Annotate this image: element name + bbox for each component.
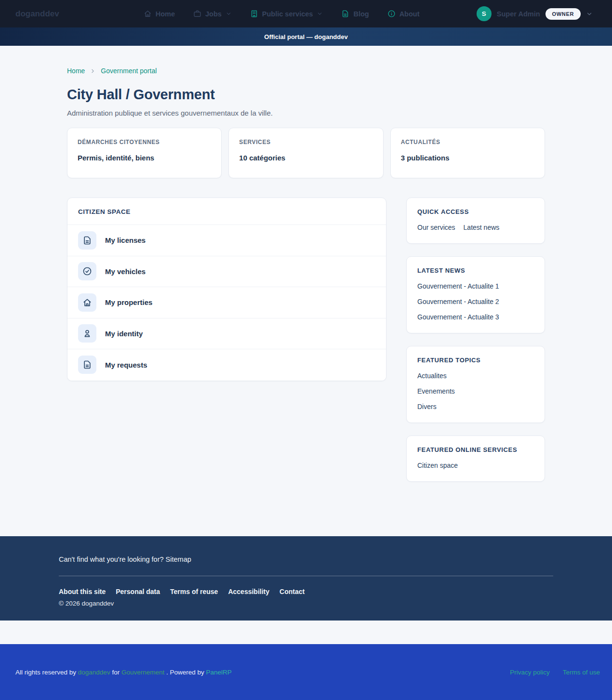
role-badge: OWNER — [545, 8, 581, 20]
footer-divider — [59, 576, 553, 576]
citizen-item-label: My identity — [105, 330, 143, 338]
breadcrumb-current-link[interactable]: Government portal — [101, 67, 157, 75]
stat-card-actualites: ACTUALITÉS 3 publications — [390, 128, 545, 178]
document-icon — [341, 10, 349, 18]
official-portal-banner: Official portal — doganddev — [0, 27, 612, 46]
nav-item-public-services[interactable]: Public services — [250, 10, 323, 18]
chevron-down-icon — [226, 11, 232, 17]
footer: Can't find what you're looking for? Site… — [0, 536, 612, 621]
quick-access-card: QUICK ACCESS Our services Latest news — [406, 198, 545, 244]
sitemap-line: Can't find what you're looking for? Site… — [59, 555, 553, 563]
doganddev-link[interactable]: doganddev — [78, 669, 110, 676]
user-icon — [78, 324, 96, 343]
home-icon — [144, 10, 152, 18]
rights-line: All rights reserved by doganddev for Gou… — [15, 669, 232, 676]
avatar: S — [477, 6, 492, 21]
file-icon — [78, 231, 96, 250]
citizen-item-label: My vehicles — [105, 267, 146, 276]
footer-link-personal-data[interactable]: Personal data — [116, 588, 160, 595]
citizen-item-label: My licenses — [105, 236, 146, 244]
citizen-item-identity[interactable]: My identity — [67, 318, 386, 350]
page-subtitle: Administration publique et services gouv… — [67, 109, 545, 117]
citizen-item-vehicles[interactable]: My vehicles — [67, 256, 386, 288]
stat-card-services: SERVICES 10 catégories — [228, 128, 383, 178]
nav-item-jobs[interactable]: Jobs — [193, 10, 232, 18]
chevron-down-icon — [317, 11, 323, 17]
breadcrumb-home-link[interactable]: Home — [67, 67, 85, 75]
nav-item-home[interactable]: Home — [144, 10, 175, 18]
main-content: Home Government portal City Hall / Gover… — [0, 46, 612, 536]
footer-links: About this site Personal data Terms of r… — [59, 588, 553, 595]
topic-link-actualites[interactable]: Actualites — [417, 372, 534, 380]
news-link-2[interactable]: Gouvernement - Actualite 2 — [417, 298, 534, 305]
terms-of-use-link[interactable]: Terms of use — [563, 669, 600, 676]
chevron-down-icon — [586, 11, 593, 17]
rights-text: All rights reserved by — [15, 669, 78, 676]
news-link-3[interactable]: Gouvernement - Actualite 3 — [417, 313, 534, 321]
footer-gap — [0, 621, 612, 644]
panelrp-link[interactable]: PanelRP — [206, 669, 232, 676]
gouvernement-link[interactable]: Gouvernement — [121, 669, 164, 676]
nav-item-about[interactable]: About — [387, 10, 420, 18]
nav-item-blog[interactable]: Blog — [341, 10, 369, 18]
citizen-item-label: My properties — [105, 298, 152, 306]
check-circle-icon — [78, 262, 96, 280]
featured-online-services-title: FEATURED ONLINE SERVICES — [417, 446, 534, 453]
privacy-policy-link[interactable]: Privacy policy — [510, 669, 550, 676]
citizen-item-requests[interactable]: My requests — [67, 349, 386, 381]
main-nav: Home Jobs Public services Blog About — [144, 10, 420, 18]
stat-value: Permis, identité, biens — [78, 154, 211, 162]
top-navbar: doganddev Home Jobs Public services Blog… — [0, 0, 612, 27]
online-service-link-citizen-space[interactable]: Citizen space — [417, 462, 534, 469]
quick-access-link-news[interactable]: Latest news — [464, 224, 500, 231]
quick-access-link-services[interactable]: Our services — [417, 224, 455, 231]
bottom-bar: All rights reserved by doganddev for Gou… — [0, 644, 612, 700]
topic-link-divers[interactable]: Divers — [417, 403, 534, 410]
stat-value: 3 publications — [401, 154, 534, 162]
news-link-1[interactable]: Gouvernement - Actualite 1 — [417, 282, 534, 290]
nav-item-label: Blog — [353, 10, 369, 18]
page-title: City Hall / Government — [67, 87, 545, 103]
citizen-item-licenses[interactable]: My licenses — [67, 225, 386, 256]
user-menu[interactable]: S Super Admin OWNER — [477, 6, 593, 21]
nav-item-label: Jobs — [205, 10, 222, 18]
featured-topics-title: FEATURED TOPICS — [417, 357, 534, 364]
user-name: Super Admin — [497, 10, 540, 18]
rights-text: for — [110, 669, 121, 676]
sitemap-link[interactable]: Sitemap — [166, 555, 191, 563]
latest-news-card: LATEST NEWS Gouvernement - Actualite 1 G… — [406, 256, 545, 333]
stat-value: 10 catégories — [239, 154, 373, 162]
stat-label: DÉMARCHES CITOYENNES — [78, 139, 211, 145]
site-logo[interactable]: doganddev — [15, 9, 59, 19]
info-icon — [387, 10, 396, 18]
footer-link-terms-of-reuse[interactable]: Terms of reuse — [170, 588, 218, 595]
stat-label: SERVICES — [239, 139, 373, 145]
featured-topics-card: FEATURED TOPICS Actualites Evenements Di… — [406, 346, 545, 423]
topic-link-evenements[interactable]: Evenements — [417, 387, 534, 395]
nav-item-label: Home — [156, 10, 175, 18]
sidebar: QUICK ACCESS Our services Latest news LA… — [406, 198, 545, 494]
citizen-space-title: CITIZEN SPACE — [67, 198, 386, 225]
footer-link-contact[interactable]: Contact — [279, 588, 305, 595]
chevron-right-icon — [90, 68, 96, 74]
citizen-item-label: My requests — [105, 361, 147, 369]
copyright: © 2026 doganddev — [59, 600, 553, 607]
file-icon — [78, 356, 96, 374]
nav-item-label: Public services — [262, 10, 313, 18]
home-icon — [78, 293, 96, 312]
stat-label: ACTUALITÉS — [401, 139, 534, 145]
bottom-bar-links: Privacy policy Terms of use — [510, 669, 600, 676]
sitemap-prompt: Can't find what you're looking for? — [59, 555, 164, 563]
nav-item-label: About — [399, 10, 420, 18]
footer-link-accessibility[interactable]: Accessibility — [228, 588, 269, 595]
briefcase-icon — [193, 10, 201, 18]
footer-link-about[interactable]: About this site — [59, 588, 106, 595]
quick-access-title: QUICK ACCESS — [417, 208, 534, 215]
citizen-space-card: CITIZEN SPACE My licenses My vehicles — [67, 198, 386, 381]
breadcrumb: Home Government portal — [67, 67, 545, 75]
stat-card-demarches: DÉMARCHES CITOYENNES Permis, identité, b… — [67, 128, 222, 178]
featured-online-services-card: FEATURED ONLINE SERVICES Citizen space — [406, 436, 545, 482]
rights-text: . Powered by — [164, 669, 206, 676]
latest-news-title: LATEST NEWS — [417, 267, 534, 274]
citizen-item-properties[interactable]: My properties — [67, 287, 386, 318]
